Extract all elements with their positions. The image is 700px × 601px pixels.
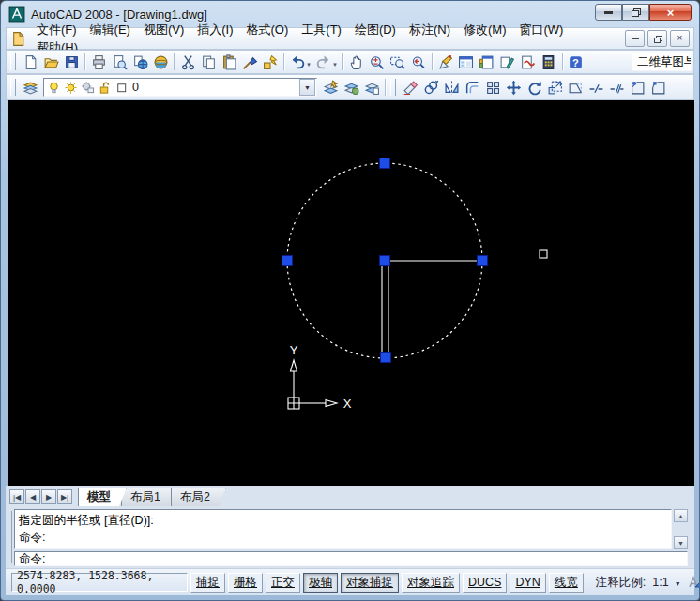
mdi-close-button[interactable]: × (670, 30, 690, 47)
close-button[interactable]: × (649, 4, 692, 21)
menu-item[interactable]: 工具(T) (295, 21, 348, 38)
menu-item[interactable]: 标注(N) (403, 21, 457, 38)
status-toggle-dyn[interactable]: DYN (510, 573, 545, 593)
mdi-minimize-button[interactable] (625, 30, 645, 47)
quickcalc-button[interactable] (539, 52, 559, 72)
scroll-down-button[interactable]: ▼ (674, 536, 688, 549)
menu-item[interactable]: 绘图(D) (348, 21, 403, 38)
properties-button[interactable] (435, 52, 456, 72)
pan-button[interactable] (346, 52, 367, 72)
designcenter-button[interactable] (456, 52, 477, 72)
grip[interactable] (380, 158, 390, 169)
scale-button[interactable] (544, 77, 565, 98)
fillet-button[interactable] (647, 77, 668, 98)
toolbar-drag-handle[interactable] (390, 79, 396, 96)
annotation-scale-dropdown-icon[interactable]: ▼ (675, 580, 681, 587)
status-toggle-snap[interactable]: 捕捉 (190, 573, 225, 593)
open-button[interactable] (40, 52, 61, 72)
status-toggle-otrack[interactable]: 对象追踪 (402, 573, 460, 593)
move-button[interactable] (503, 77, 524, 98)
grip[interactable] (380, 256, 390, 266)
command-input[interactable]: 命令: (14, 551, 688, 566)
grip[interactable] (282, 256, 293, 266)
markup-manager-button[interactable] (518, 52, 539, 72)
copy-button[interactable] (198, 52, 219, 72)
plot-preview-button[interactable] (109, 52, 129, 72)
menu-item[interactable]: 编辑(E) (84, 21, 137, 38)
toolbar-separator (342, 53, 343, 70)
mirror-button[interactable] (441, 77, 462, 98)
status-toggle-ducs[interactable]: DUCS (463, 573, 507, 593)
grip[interactable] (381, 353, 391, 363)
tab-last-button[interactable]: ▶| (57, 489, 72, 504)
undo-dropdown-icon[interactable]: ▼ (306, 62, 312, 68)
save-button[interactable] (61, 52, 82, 72)
status-bar: 2574.8283, 1528.3668, 0.0000 捕捉栅格正交极轴对象捕… (6, 568, 694, 595)
coordinate-readout[interactable]: 2574.8283, 1528.3668, 0.0000 (11, 573, 188, 592)
rotate-button[interactable] (524, 77, 544, 98)
annotation-scale-value[interactable]: 1:1 (652, 576, 668, 589)
zoom-realtime-button[interactable] (367, 52, 388, 72)
layout-tab[interactable]: 布局1 (121, 488, 176, 506)
tab-first-button[interactable]: |◀ (9, 489, 24, 504)
array-button[interactable] (482, 77, 503, 98)
workspace-combo[interactable]: 二维草图与 (632, 53, 692, 71)
undo-button[interactable] (287, 52, 308, 72)
mdi-restore-button[interactable] (647, 30, 667, 47)
redo-button[interactable] (313, 52, 334, 72)
stretch-button[interactable] (565, 77, 586, 98)
publish-button[interactable] (129, 52, 150, 72)
command-history[interactable]: 指定圆的半径或 [直径(D)]:命令: (14, 509, 672, 549)
layer-combo[interactable]: 0 ▼ (43, 78, 317, 97)
command-window-grip[interactable] (8, 511, 12, 563)
redo-dropdown-icon[interactable]: ▼ (332, 62, 338, 68)
status-toggle-osnap[interactable]: 对象捕捉 (341, 573, 399, 593)
menu-item[interactable]: 修改(M) (457, 21, 513, 38)
drawing-canvas[interactable]: YX (8, 100, 692, 486)
toolbar-drag-handle[interactable] (10, 53, 16, 70)
status-toggle-grid[interactable]: 栅格 (228, 573, 263, 593)
menu-item[interactable]: 窗口(W) (513, 21, 571, 38)
scroll-up-button[interactable]: ▲ (674, 509, 688, 522)
offset-button[interactable] (462, 77, 482, 98)
zoom-previous-button[interactable] (408, 52, 429, 72)
menu-item[interactable]: 插入(I) (190, 21, 239, 38)
layout-tab[interactable]: 布局2 (171, 488, 226, 506)
block-editor-button[interactable] (260, 52, 281, 72)
toolbar-drag-handle[interactable] (10, 79, 16, 96)
plot-button[interactable] (88, 52, 109, 72)
cut-button[interactable] (177, 52, 198, 72)
restore-button[interactable] (622, 4, 649, 21)
status-toggle-polar[interactable]: 极轴 (303, 573, 338, 593)
sheetset-manager-button[interactable] (497, 52, 518, 72)
paste-button[interactable] (219, 52, 239, 72)
copy-object-button[interactable] (420, 77, 441, 98)
layer-previous-button[interactable] (361, 77, 382, 98)
menu-item[interactable]: 文件(F) (30, 21, 84, 38)
status-toggle-lwt[interactable]: 线宽 (549, 573, 584, 593)
menu-item[interactable]: 格式(O) (240, 21, 296, 38)
zoom-window-button[interactable] (388, 52, 408, 72)
break-button[interactable] (606, 77, 627, 98)
chamfer-button[interactable] (627, 77, 647, 98)
tab-next-button[interactable]: ▶ (41, 489, 56, 504)
help-button[interactable]: ? (566, 52, 586, 72)
3d-dwf-button[interactable] (150, 52, 171, 72)
tool-palettes-button[interactable] (477, 52, 497, 72)
layer-states-manager-button[interactable] (341, 77, 361, 98)
layout-tab[interactable]: 模型 (78, 488, 127, 506)
make-object-layer-current-button[interactable] (320, 77, 341, 98)
mdi-restore-icon (654, 36, 662, 42)
status-toggle-ortho[interactable]: 正交 (266, 573, 300, 593)
erase-button[interactable] (400, 77, 420, 98)
break-at-point-button[interactable] (586, 77, 606, 98)
menu-item[interactable]: 视图(V) (137, 21, 190, 38)
minimize-button[interactable] (595, 4, 622, 21)
tab-prev-button[interactable]: ◀ (25, 489, 40, 504)
match-properties-button[interactable] (239, 52, 260, 72)
annotation-visibility-icon[interactable] (687, 574, 700, 592)
grip[interactable] (478, 256, 488, 266)
layer-combo-dropdown-button[interactable]: ▼ (299, 79, 315, 96)
layer-properties-manager-button[interactable] (20, 77, 40, 98)
new-button[interactable] (20, 52, 40, 72)
